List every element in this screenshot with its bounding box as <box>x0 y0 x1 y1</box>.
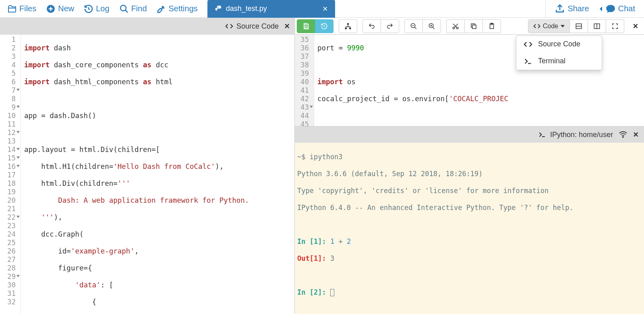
sitemap-button[interactable] <box>339 19 357 33</box>
share-icon <box>555 4 565 14</box>
line-number: 36 <box>295 44 309 52</box>
dropdown-item-terminal[interactable]: Terminal <box>516 53 602 70</box>
terminal-line: IPython 6.4.0 -- An enhanced Interactive… <box>297 204 642 212</box>
fold-icon[interactable] <box>17 131 20 133</box>
fold-icon[interactable] <box>17 148 20 150</box>
fold-icon[interactable] <box>17 156 20 159</box>
line-number: 16 <box>0 162 16 171</box>
chat-label: Chat <box>618 4 635 13</box>
line-number: 10 <box>0 112 16 120</box>
terminal-line <box>297 271 642 280</box>
find-button[interactable]: Find <box>116 2 150 15</box>
share-label: Share <box>567 4 589 13</box>
zoom-out-button[interactable] <box>404 19 423 33</box>
svg-rect-2 <box>305 26 307 28</box>
close-pane-button[interactable]: × <box>630 19 642 33</box>
line-number: 4 <box>0 61 16 69</box>
code-dropdown-label: Code <box>543 23 558 30</box>
file-tab[interactable]: dash_test.py × <box>207 0 335 18</box>
line-number: 35 <box>295 35 309 44</box>
paste-icon <box>488 23 495 30</box>
line-number: 27 <box>0 256 16 264</box>
left-pane: Source Code × 1 2 3 4 5 6 7 8 9 10 11 1 <box>0 18 295 314</box>
terminal-line: Type 'copyright', 'credits' or 'license'… <box>297 187 642 195</box>
split-vertical-button[interactable] <box>588 19 606 33</box>
chat-bubble-icon <box>605 4 616 14</box>
fold-icon[interactable] <box>17 216 20 218</box>
line-number: 21 <box>0 205 16 213</box>
python-icon <box>215 5 223 13</box>
close-icon: × <box>633 21 638 31</box>
time-travel-button[interactable] <box>315 19 333 33</box>
undo-button[interactable] <box>362 19 381 33</box>
fullscreen-button[interactable] <box>606 19 624 33</box>
chat-button[interactable]: Chat <box>595 2 638 16</box>
files-button[interactable]: Files <box>4 2 39 15</box>
file-tab-close-icon[interactable]: × <box>323 4 328 14</box>
undo-icon <box>368 23 375 30</box>
right-toolbar: Code <box>295 18 644 35</box>
copy-button[interactable] <box>464 19 483 33</box>
line-number: 30 <box>0 281 16 289</box>
terminal-title-text: IPython: home/user <box>550 131 613 139</box>
save-button[interactable] <box>297 19 315 33</box>
line-number: 24 <box>0 230 16 239</box>
log-button[interactable]: Log <box>81 2 112 15</box>
settings-button[interactable]: Settings <box>153 2 201 15</box>
terminal-prompt[interactable]: In [2]: <box>297 288 642 297</box>
left-code-area[interactable]: import dash import dash_core_components … <box>21 35 294 314</box>
line-number: 37 <box>295 52 309 61</box>
share-button[interactable]: Share <box>551 2 592 16</box>
app-root: Files New Log Find Settings dash_test.py <box>0 0 644 314</box>
folder-open-icon <box>7 4 17 14</box>
svg-point-15 <box>623 137 623 137</box>
fold-icon[interactable] <box>310 106 313 108</box>
terminal-line: ~$ ipython3 <box>297 153 642 161</box>
zoom-in-button[interactable] <box>422 19 441 33</box>
dropdown-item-source-code[interactable]: Source Code <box>516 36 602 53</box>
sitemap-icon <box>344 23 352 30</box>
files-label: Files <box>19 4 36 13</box>
line-number: 42 <box>295 95 309 103</box>
redo-button[interactable] <box>381 19 399 33</box>
caret-down-icon <box>561 25 565 27</box>
fold-icon[interactable] <box>17 89 20 91</box>
left-pane-title: Source Code <box>225 22 279 31</box>
right-gutter: 35 36 37 38 39 40 41 42 43 44 45 <box>295 35 314 126</box>
fullscreen-icon <box>611 23 619 30</box>
right-pane: Code <box>295 18 644 314</box>
line-number: 40 <box>295 78 309 86</box>
line-number: 29 <box>0 272 16 281</box>
terminal-close-icon[interactable]: × <box>633 129 638 140</box>
line-number: 5 <box>0 69 16 78</box>
line-number: 11 <box>0 120 16 129</box>
line-number: 12 <box>0 129 16 137</box>
redo-icon <box>386 23 393 30</box>
fold-icon[interactable] <box>17 106 20 108</box>
plus-circle-icon <box>46 4 56 14</box>
line-number: 19 <box>0 188 16 196</box>
line-number: 43 <box>295 103 309 112</box>
line-number: 44 <box>295 112 309 120</box>
new-button[interactable]: New <box>43 2 77 15</box>
terminal[interactable]: ~$ ipython3 Python 3.6.6 (default, Sep 1… <box>295 143 644 314</box>
split-horizontal-button[interactable] <box>569 19 588 33</box>
line-number: 23 <box>0 222 16 230</box>
left-editor[interactable]: 1 2 3 4 5 6 7 8 9 10 11 12 13 14 15 16 1 <box>0 35 294 314</box>
line-number: 28 <box>0 264 16 272</box>
fold-icon[interactable] <box>17 275 20 277</box>
left-pane-close-icon[interactable]: × <box>284 21 290 31</box>
cut-icon <box>452 23 459 30</box>
fold-icon[interactable] <box>17 165 20 167</box>
line-number: 41 <box>295 86 309 95</box>
right-toolbar-right: Code <box>528 19 644 33</box>
terminal-line <box>297 220 642 229</box>
code-dropdown-button[interactable]: Code <box>528 19 570 33</box>
save-icon <box>302 23 310 30</box>
history-icon <box>84 4 93 14</box>
cut-button[interactable] <box>446 19 465 33</box>
svg-rect-4 <box>345 27 347 29</box>
paste-button[interactable] <box>482 19 501 33</box>
line-number: 38 <box>295 61 309 69</box>
left-pane-header: Source Code × <box>0 18 294 35</box>
